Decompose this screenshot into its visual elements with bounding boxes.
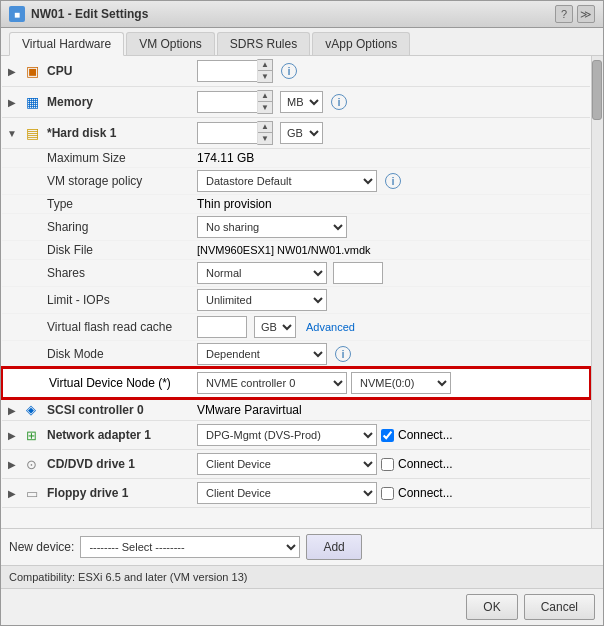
- limit-iops-select[interactable]: Unlimited: [197, 289, 327, 311]
- floppy-icon: ▭: [26, 486, 38, 501]
- shares-label: Shares: [43, 260, 193, 287]
- vm-storage-info-icon[interactable]: i: [385, 173, 401, 189]
- memory-icon: ▦: [26, 94, 39, 110]
- cpu-expand[interactable]: ▶: [2, 56, 22, 87]
- max-size-value: 174.11 GB: [193, 149, 590, 168]
- network-connect-label: Connect...: [398, 428, 453, 442]
- add-button[interactable]: Add: [306, 534, 361, 560]
- memory-row: ▶ ▦ Memory 4096 ▲ ▼: [2, 87, 590, 118]
- compatibility-bar: Compatibility: ESXi 6.5 and later (VM ve…: [1, 565, 603, 588]
- hard-disk-spinner[interactable]: 60 ▲ ▼: [197, 121, 273, 145]
- help-button[interactable]: ?: [555, 5, 573, 23]
- memory-value-cell: 4096 ▲ ▼ MB GB i: [193, 87, 590, 118]
- tab-vm-options[interactable]: VM Options: [126, 32, 215, 55]
- menu-button[interactable]: ≫: [577, 5, 595, 23]
- shares-number-input[interactable]: 1.000: [333, 262, 383, 284]
- hard-disk-up-btn[interactable]: ▲: [258, 122, 272, 133]
- network-connect-checkbox[interactable]: [381, 429, 394, 442]
- type-row: Type Thin provision: [2, 195, 590, 214]
- cpu-input[interactable]: 2: [197, 60, 257, 82]
- limit-iops-row: Limit - IOPs Unlimited: [2, 287, 590, 314]
- title-bar-buttons: ? ≫: [555, 5, 595, 23]
- cdrom-connect-checkbox[interactable]: [381, 458, 394, 471]
- cpu-down-btn[interactable]: ▼: [258, 71, 272, 82]
- scsi-label: SCSI controller 0: [43, 398, 193, 421]
- network-expand[interactable]: ▶: [2, 421, 22, 450]
- shares-select[interactable]: Normal: [197, 262, 327, 284]
- type-value: Thin provision: [193, 195, 590, 214]
- ok-button[interactable]: OK: [466, 594, 517, 620]
- floppy-label: Floppy drive 1: [43, 479, 193, 508]
- network-icon: ⊞: [26, 428, 37, 443]
- advanced-link[interactable]: Advanced: [306, 321, 355, 333]
- sharing-row: Sharing No sharing: [2, 214, 590, 241]
- floppy-expand[interactable]: ▶: [2, 479, 22, 508]
- floppy-connect-checkbox[interactable]: [381, 487, 394, 500]
- hard-disk-header-row: ▼ ▤ *Hard disk 1 60 ▲ ▼: [2, 118, 590, 149]
- shares-row: Shares Normal 1.000: [2, 260, 590, 287]
- memory-input[interactable]: 4096: [197, 91, 257, 113]
- memory-down-btn[interactable]: ▼: [258, 102, 272, 113]
- memory-icon-cell: ▦: [22, 87, 43, 118]
- tab-vapp-options[interactable]: vApp Options: [312, 32, 410, 55]
- cdrom-value-cell: Client Device Connect...: [193, 450, 590, 479]
- memory-info-icon[interactable]: i: [331, 94, 347, 110]
- cdrom-icon-cell: ⊙: [22, 450, 43, 479]
- cpu-up-btn[interactable]: ▲: [258, 60, 272, 71]
- vflash-value-cell: 0 GB Advanced: [193, 314, 590, 341]
- title-bar-left: ■ NW01 - Edit Settings: [9, 6, 148, 22]
- vdn-controller-select[interactable]: NVME controller 0: [197, 372, 347, 394]
- scsi-expand[interactable]: ▶: [2, 398, 22, 421]
- hard-disk-unit-select[interactable]: GB MB: [280, 122, 323, 144]
- virtual-device-node-row: Virtual Device Node (*) NVME controller …: [2, 368, 590, 398]
- cpu-spinner[interactable]: 2 ▲ ▼: [197, 59, 273, 83]
- cdrom-expand[interactable]: ▶: [2, 450, 22, 479]
- disk-mode-label: Disk Mode: [43, 341, 193, 369]
- memory-up-btn[interactable]: ▲: [258, 91, 272, 102]
- compatibility-text: Compatibility: ESXi 6.5 and later (VM ve…: [9, 571, 247, 583]
- vdn-node-select[interactable]: NVME(0:0): [351, 372, 451, 394]
- tab-sdrs-rules[interactable]: SDRS Rules: [217, 32, 310, 55]
- cdrom-connect-label: Connect...: [398, 457, 453, 471]
- hard-disk-down-btn[interactable]: ▼: [258, 133, 272, 144]
- hard-disk-input[interactable]: 60: [197, 122, 257, 144]
- sharing-select[interactable]: No sharing: [197, 216, 347, 238]
- hard-disk-icon-cell: ▤: [22, 118, 43, 149]
- floppy-select[interactable]: Client Device: [197, 482, 377, 504]
- scroll-content: ▶ ▣ CPU 2 ▲ ▼: [1, 56, 591, 528]
- disk-mode-info-icon[interactable]: i: [335, 346, 351, 362]
- memory-spinner[interactable]: 4096 ▲ ▼: [197, 90, 273, 114]
- sharing-label: Sharing: [43, 214, 193, 241]
- disk-mode-select[interactable]: Dependent: [197, 343, 327, 365]
- floppy-row: ▶ ▭ Floppy drive 1 Client Device Connect…: [2, 479, 590, 508]
- vflash-input[interactable]: 0: [197, 316, 247, 338]
- new-device-select[interactable]: -------- Select --------: [80, 536, 300, 558]
- memory-spinner-btns: ▲ ▼: [257, 90, 273, 114]
- hard-disk-value-cell: 60 ▲ ▼ GB MB: [193, 118, 590, 149]
- hardware-table: ▶ ▣ CPU 2 ▲ ▼: [1, 56, 591, 508]
- memory-expand[interactable]: ▶: [2, 87, 22, 118]
- network-select[interactable]: DPG-Mgmt (DVS-Prod): [197, 424, 377, 446]
- disk-file-row: Disk File [NVM960ESX1] NW01/NW01.vmdk: [2, 241, 590, 260]
- memory-unit-select[interactable]: MB GB: [280, 91, 323, 113]
- network-icon-cell: ⊞: [22, 421, 43, 450]
- tabs-bar: Virtual Hardware VM Options SDRS Rules v…: [1, 28, 603, 56]
- cpu-info-icon[interactable]: i: [281, 63, 297, 79]
- cpu-icon: ▣: [26, 63, 39, 79]
- cdrom-label: CD/DVD drive 1: [43, 450, 193, 479]
- floppy-icon-cell: ▭: [22, 479, 43, 508]
- cancel-button[interactable]: Cancel: [524, 594, 595, 620]
- cdrom-select[interactable]: Client Device: [197, 453, 377, 475]
- hard-disk-expand[interactable]: ▼: [2, 118, 22, 149]
- cpu-icon-cell: ▣: [22, 56, 43, 87]
- disk-file-label: Disk File: [43, 241, 193, 260]
- vm-storage-select[interactable]: Datastore Default: [197, 170, 377, 192]
- floppy-connect-label: Connect...: [398, 486, 453, 500]
- tab-virtual-hardware[interactable]: Virtual Hardware: [9, 32, 124, 56]
- cpu-label: CPU: [43, 56, 193, 87]
- vflash-unit-select[interactable]: GB: [254, 316, 296, 338]
- window-title: NW01 - Edit Settings: [31, 7, 148, 21]
- scrollbar-track[interactable]: [591, 56, 603, 528]
- scrollbar-thumb[interactable]: [592, 60, 602, 120]
- shares-value-cell: Normal 1.000: [193, 260, 590, 287]
